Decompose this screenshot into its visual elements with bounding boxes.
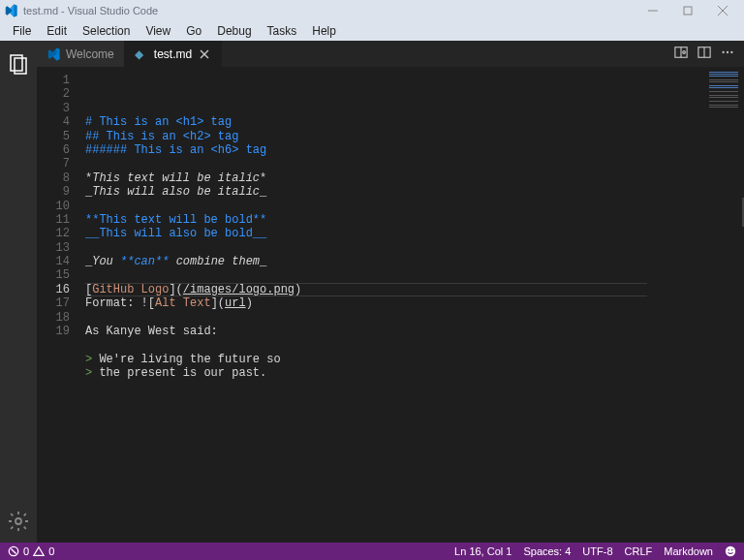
code-content[interactable]: # This is an <h1> tag## This is an <h2> …: [85, 68, 705, 543]
code-line[interactable]: [85, 269, 705, 283]
line-number: 4: [37, 115, 70, 129]
code-line[interactable]: # This is an <h1> tag: [85, 115, 705, 129]
open-preview-side-icon[interactable]: [674, 46, 688, 62]
line-number-gutter: 12345678910111213141516171819: [37, 68, 85, 543]
line-number: 1: [37, 74, 70, 87]
tab-testmd[interactable]: ◆ test.md: [125, 41, 222, 67]
line-number: 7: [37, 157, 70, 171]
status-feedback-icon[interactable]: [725, 545, 736, 557]
code-line[interactable]: > the present is our past.: [85, 366, 705, 380]
svg-point-19: [726, 546, 735, 556]
tab-close-button[interactable]: [198, 47, 211, 61]
vscode-icon: [46, 47, 60, 61]
line-number: 15: [37, 268, 70, 282]
status-indentation[interactable]: Spaces: 4: [523, 545, 571, 557]
svg-point-14: [722, 51, 724, 53]
tab-label: test.md: [154, 47, 192, 61]
code-line[interactable]: [85, 311, 705, 325]
window-close-button[interactable]: [705, 0, 740, 21]
line-number: 9: [37, 185, 70, 199]
menu-selection[interactable]: Selection: [76, 23, 137, 39]
code-line[interactable]: [85, 200, 705, 213]
code-line[interactable]: ###### This is an <h6> tag: [85, 143, 705, 157]
status-bar: 0 0 Ln 16, Col 1 Spaces: 4 UTF-8 CRLF Ma…: [0, 543, 744, 560]
vscode-icon: [4, 4, 17, 17]
menu-file[interactable]: File: [6, 23, 38, 39]
status-cursor-position[interactable]: Ln 16, Col 1: [454, 545, 512, 557]
status-eol[interactable]: CRLF: [625, 545, 653, 557]
svg-rect-1: [684, 7, 692, 15]
menu-help[interactable]: Help: [305, 23, 343, 39]
line-number: 8: [37, 171, 70, 185]
status-problems[interactable]: 0 0: [8, 545, 54, 557]
window-title: test.md - Visual Studio Code: [23, 5, 158, 16]
minimap[interactable]: [705, 68, 744, 543]
status-language[interactable]: Markdown: [664, 545, 713, 557]
code-line[interactable]: ## This is an <h2> tag: [85, 130, 705, 143]
line-number: 18: [37, 311, 70, 325]
tab-welcome[interactable]: Welcome: [37, 41, 125, 67]
code-line[interactable]: *This text will be italic*: [85, 171, 705, 185]
status-encoding[interactable]: UTF-8: [582, 545, 612, 557]
editor-actions: [665, 41, 744, 67]
code-editor[interactable]: 12345678910111213141516171819 # This is …: [37, 68, 744, 543]
code-line[interactable]: > We're living the future so: [85, 353, 705, 366]
window-minimize-button[interactable]: [636, 0, 670, 21]
line-number: 5: [37, 130, 70, 143]
line-number: 19: [37, 325, 70, 338]
code-line[interactable]: [85, 241, 705, 255]
split-editor-icon[interactable]: [698, 46, 711, 62]
line-number: 16: [37, 283, 70, 296]
svg-point-21: [731, 549, 733, 551]
svg-line-18: [11, 548, 16, 553]
code-line[interactable]: _You **can** combine them_: [85, 255, 705, 268]
code-line[interactable]: _This will also be italic_: [85, 185, 705, 199]
code-line[interactable]: As Kanye West said:: [85, 325, 705, 338]
code-line[interactable]: [85, 157, 705, 171]
more-actions-icon[interactable]: [721, 46, 734, 62]
activity-bar: [0, 41, 37, 543]
editor-tabbar: Welcome ◆ test.md: [37, 41, 744, 68]
line-number: 13: [37, 241, 70, 255]
code-line[interactable]: [GitHub Logo](/images/logo.png): [85, 283, 705, 296]
line-number: 17: [37, 296, 70, 310]
line-number: 14: [37, 255, 70, 268]
code-line[interactable]: [85, 338, 705, 352]
line-number: 2: [37, 87, 70, 101]
line-number: 6: [37, 143, 70, 157]
code-line[interactable]: __This will also be bold__: [85, 227, 705, 240]
activity-explorer-icon[interactable]: [7, 52, 30, 76]
window-titlebar: test.md - Visual Studio Code: [0, 0, 744, 21]
menubar: File Edit Selection View Go Debug Tasks …: [0, 21, 744, 41]
markdown-file-icon: ◆: [135, 47, 148, 61]
svg-point-16: [730, 51, 732, 53]
code-line[interactable]: **This text will be bold**: [85, 213, 705, 227]
line-number: 12: [37, 227, 70, 240]
tab-label: Welcome: [66, 47, 114, 61]
svg-point-15: [727, 51, 728, 53]
menu-view[interactable]: View: [139, 23, 177, 39]
svg-point-6: [16, 518, 21, 524]
menu-go[interactable]: Go: [179, 23, 208, 39]
line-number: 11: [37, 213, 70, 227]
menu-edit[interactable]: Edit: [40, 23, 74, 39]
menu-debug[interactable]: Debug: [210, 23, 258, 39]
activity-settings-icon[interactable]: [7, 510, 30, 533]
svg-point-20: [728, 549, 730, 551]
code-line[interactable]: Format: ![Alt Text](url): [85, 296, 705, 310]
line-number: 3: [37, 102, 70, 115]
line-number: 10: [37, 200, 70, 213]
window-maximize-button[interactable]: [670, 0, 705, 21]
svg-point-11: [683, 51, 686, 54]
menu-tasks[interactable]: Tasks: [261, 23, 304, 39]
